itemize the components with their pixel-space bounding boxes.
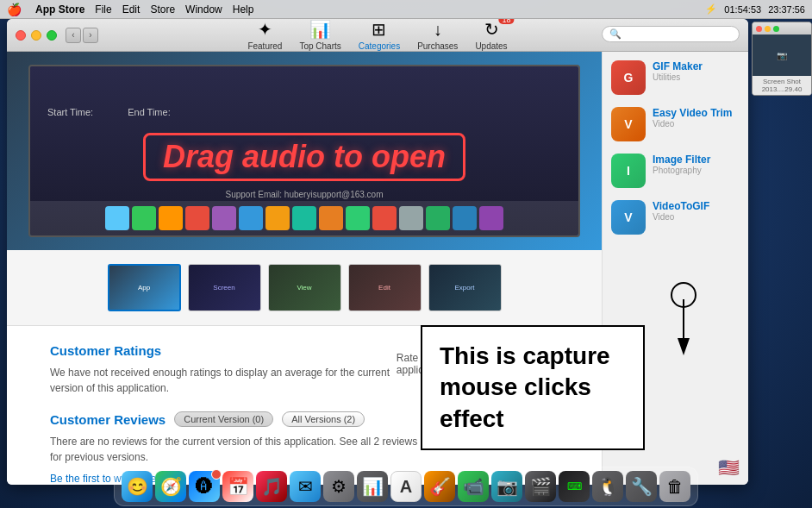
easy-video-trim-info: Easy Video Trim Video <box>653 107 740 141</box>
menubar-battery-icon: ⚡ <box>705 3 717 15</box>
search-box[interactable]: 🔍 <box>602 26 740 42</box>
hero-dock-icon-14 <box>453 206 477 230</box>
hero-email: Support Email: huberyisupport@163.com <box>225 190 383 199</box>
menubar: 🍎 App Store File Edit Store Window Help … <box>0 0 812 19</box>
start-time-label: Start Time: <box>47 107 93 117</box>
toolbar-purchases[interactable]: ↓ Purchases <box>417 20 458 51</box>
ratings-left: Customer Ratings We have not received en… <box>50 343 397 396</box>
videotogif-icon: V <box>611 200 646 235</box>
thumb-inner-3: View <box>269 265 340 310</box>
macos-dock: 😊 🧭 🅐 📅 🎵 ✉ ⚙ 📊 A 🎸 📹 📷 🎬 ⌨ 🐧 🔧 🗑 <box>114 467 698 506</box>
hero-dock-icon-5 <box>212 206 236 230</box>
search-input[interactable] <box>625 29 728 40</box>
videotogif-name: VideoToGIF <box>653 200 740 212</box>
menubar-store[interactable]: Store <box>150 3 175 16</box>
thumbnail-2[interactable]: Screen <box>188 264 261 311</box>
menubar-window[interactable]: Window <box>185 3 222 16</box>
hero-dock-icon-2 <box>132 206 156 230</box>
back-button[interactable]: ‹ <box>66 28 81 43</box>
sidebar-app-gif-maker[interactable]: G GIF Maker Utilities <box>611 60 740 95</box>
image-filter-icon: I <box>611 154 646 188</box>
menubar-appname[interactable]: App Store <box>35 3 84 16</box>
thumb-inner-2: Screen <box>189 265 260 310</box>
dock-facetime[interactable]: 📹 <box>458 471 489 502</box>
easy-video-trim-icon: V <box>611 107 646 141</box>
featured-label: Featured <box>247 41 282 51</box>
sidebar-app-image-filter[interactable]: I Image Filter Photography <box>611 154 740 188</box>
sidebar-app-videotogif[interactable]: V VideoToGIF Video <box>611 200 740 235</box>
toolbar: ✦ Featured 📊 Top Charts ⊞ Categories ↓ P… <box>247 19 507 51</box>
purchases-label: Purchases <box>417 41 458 51</box>
gif-maker-info: GIF Maker Utilities <box>653 60 740 95</box>
toolbar-categories[interactable]: ⊞ Categories <box>359 19 400 51</box>
categories-label: Categories <box>359 41 400 51</box>
screenshot-thumb-window: 📷 Screen Shot 2013....29.40 <box>752 22 812 96</box>
purchases-icon: ↓ <box>434 20 442 40</box>
hero-dock-icon-10 <box>346 206 370 230</box>
current-version-button[interactable]: Current Version (0) <box>174 411 273 427</box>
thumbnail-5[interactable]: Export <box>428 264 502 311</box>
menubar-help[interactable]: Help <box>233 3 254 16</box>
main-scroll[interactable]: Start Time: End Time: Drag audio to open… <box>7 52 602 485</box>
search-icon: 🔍 <box>609 28 621 40</box>
close-button[interactable] <box>16 30 26 41</box>
menubar-edit[interactable]: Edit <box>122 3 141 16</box>
customer-reviews-title: Customer Reviews <box>50 412 166 427</box>
thumbnail-1[interactable]: App <box>108 264 181 311</box>
thumbnail-4[interactable]: Edit <box>348 264 422 311</box>
appstore-window: ‹ › ✦ Featured 📊 Top Charts ⊞ Categories… <box>7 19 748 485</box>
dock-safari[interactable]: 🧭 <box>155 471 186 502</box>
all-versions-button[interactable]: All Versions (2) <box>282 411 365 427</box>
videotogif-info: VideoToGIF Video <box>653 200 740 235</box>
dock-font-book[interactable]: A <box>390 471 422 502</box>
minimize-button[interactable] <box>31 30 41 41</box>
window-titlebar: ‹ › ✦ Featured 📊 Top Charts ⊞ Categories… <box>7 19 748 52</box>
toolbar-featured[interactable]: ✦ Featured <box>247 19 282 51</box>
menubar-file[interactable]: File <box>95 3 111 16</box>
dock-misc1[interactable]: 🐧 <box>592 471 623 502</box>
dock-imovie[interactable]: 🎬 <box>525 471 556 502</box>
dock-misc2[interactable]: 🔧 <box>626 471 657 502</box>
dock-appstore[interactable]: 🅐 <box>189 471 220 502</box>
capture-callout-text: This is capture mouse clicks effect <box>440 342 602 432</box>
image-filter-info: Image Filter Photography <box>653 154 740 188</box>
updates-badge: 18 <box>499 19 515 24</box>
thumb-max-btn[interactable] <box>773 26 779 32</box>
image-filter-name: Image Filter <box>653 154 740 166</box>
maximize-button[interactable] <box>47 30 57 41</box>
dock-trash[interactable]: 🗑 <box>659 471 690 502</box>
easy-video-trim-name: Easy Video Trim <box>653 107 740 119</box>
thumb-inner-5: Export <box>429 265 501 310</box>
dock-terminal[interactable]: ⌨ <box>559 471 590 502</box>
thumb-min-btn[interactable] <box>765 26 771 32</box>
hero-dock-icon-3 <box>159 206 183 230</box>
dock-finder[interactable]: 😊 <box>122 471 153 502</box>
dock-itunes[interactable]: 🎵 <box>256 471 287 502</box>
screenshot-hero: Start Time: End Time: Drag audio to open… <box>7 52 602 250</box>
dock-activity[interactable]: 📊 <box>357 471 388 502</box>
dock-sys-pref[interactable]: ⚙ <box>323 471 354 502</box>
hero-drag-text: Drag audio to open <box>143 133 465 181</box>
hero-dock-icon-13 <box>426 206 450 230</box>
toolbar-top-charts[interactable]: 📊 Top Charts <box>299 19 340 51</box>
hero-dock-icon-4 <box>185 206 209 230</box>
gif-maker-category: Utilities <box>653 72 740 82</box>
end-time-label: End Time: <box>128 107 171 117</box>
hero-dock <box>30 201 578 235</box>
forward-button[interactable]: › <box>83 28 98 43</box>
thumbnail-3[interactable]: View <box>268 264 341 311</box>
thumb-inner-4: Edit <box>349 265 421 310</box>
thumb-close-btn[interactable] <box>756 26 762 32</box>
top-charts-label: Top Charts <box>299 41 340 51</box>
sidebar-app-easy-video-trim[interactable]: V Easy Video Trim Video <box>611 107 740 141</box>
toolbar-updates[interactable]: ↻ 18 Updates <box>475 19 507 51</box>
updates-label: Updates <box>475 41 507 51</box>
gif-maker-name: GIF Maker <box>653 60 740 72</box>
dock-mail[interactable]: ✉ <box>290 471 321 502</box>
dock-garageband[interactable]: 🎸 <box>424 471 455 502</box>
screenshot-thumb-label: Screen Shot 2013....29.40 <box>753 76 811 95</box>
dock-calendar[interactable]: 📅 <box>222 471 253 502</box>
window-controls <box>16 30 57 41</box>
apple-menu[interactable]: 🍎 <box>7 3 22 16</box>
dock-iphoto[interactable]: 📷 <box>491 471 522 502</box>
